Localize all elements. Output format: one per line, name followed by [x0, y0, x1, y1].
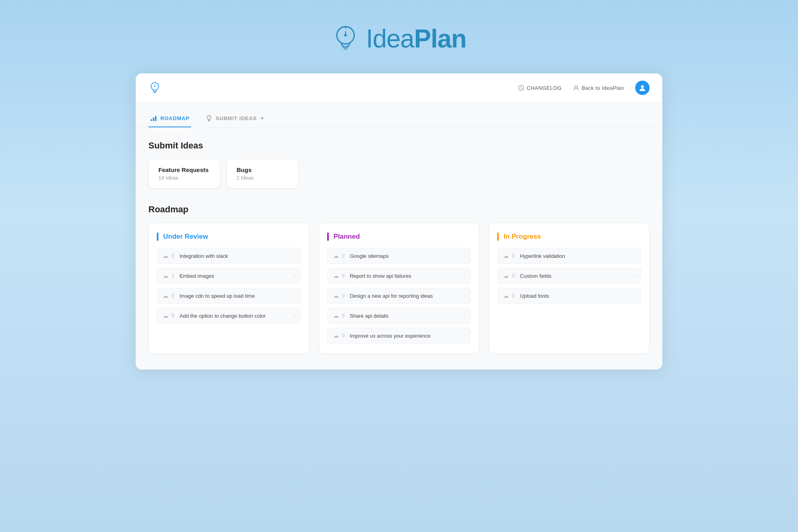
vote-8: 0 — [342, 333, 347, 338]
cloud-icon-2: ☁ — [163, 273, 168, 279]
roadmap-title: Roadmap — [148, 204, 650, 215]
roadmap-item-custom-fields[interactable]: ☁ 0 Custom fields › — [497, 268, 641, 284]
idea-card-feature-requests[interactable]: Feature Requests 18 Ideas — [148, 159, 220, 188]
cloud-icon-9: ☁ — [333, 332, 339, 339]
cloud-icon-5: ☁ — [333, 253, 339, 259]
logo-text: IdeaPlan — [366, 24, 466, 53]
roadmap-columns: Under Review ☁ 0 Integration with slack … — [148, 223, 650, 354]
roadmap-icon — [150, 115, 157, 122]
chevron-icon-9: › — [463, 333, 465, 338]
cloud-icon-12: ☁ — [503, 293, 509, 299]
col-planned: Planned ☁ 0 Google sitemaps › ☁ 0 Report… — [319, 223, 480, 354]
svg-rect-15 — [153, 117, 154, 121]
roadmap-item-embed[interactable]: ☁ 1 Embed images › — [157, 268, 301, 284]
logo-area: IdeaPlan — [332, 24, 466, 53]
item-label-hyperlink: Hyperlink validation — [520, 253, 630, 259]
back-to-ideaplan-button[interactable]: Back to IdeaPlan — [573, 85, 624, 91]
ideas-cards: Feature Requests 18 Ideas Bugs 2 Ideas — [148, 159, 650, 188]
vote-9: 0 — [512, 253, 517, 259]
chevron-icon-10: › — [634, 253, 635, 259]
roadmap-item-upload-fonts[interactable]: ☁ 0 Upload fonts › — [497, 288, 641, 304]
header-logo — [148, 81, 161, 94]
item-label-embed: Embed images — [180, 273, 290, 279]
submit-ideas-title: Submit Ideas — [148, 140, 650, 151]
svg-point-12 — [575, 86, 577, 88]
chevron-icon-7: › — [463, 293, 465, 299]
item-label-sitemaps: Google sitemaps — [350, 253, 460, 259]
chevron-icon-4: › — [293, 313, 295, 318]
roadmap-item-api-failures[interactable]: ☁ 0 Report to show api failures › — [327, 268, 471, 284]
chevron-icon-3: › — [293, 293, 295, 299]
main-content: Submit Ideas Feature Requests 18 Ideas B… — [136, 128, 662, 370]
chevron-icon-12: › — [634, 293, 635, 299]
col-in-progress: In Progress ☁ 0 Hyperlink validation › ☁… — [489, 223, 650, 354]
cloud-icon-6: ☁ — [333, 273, 339, 279]
roadmap-item-ux[interactable]: ☁ 0 Improve ux across your experience › — [327, 328, 471, 344]
feature-requests-count: 18 Ideas — [158, 175, 210, 181]
roadmap-item-slack[interactable]: ☁ 0 Integration with slack › — [157, 248, 301, 264]
cloud-icon-7: ☁ — [333, 293, 339, 299]
item-label-new-api: Design a new api for reporting ideas — [350, 293, 460, 299]
logo-icon — [332, 25, 359, 53]
vote-11: 0 — [512, 293, 517, 299]
svg-point-13 — [641, 85, 644, 88]
tab-roadmap[interactable]: ROADMAP — [148, 110, 191, 127]
tab-submit-ideas[interactable]: SUBMIT IDEAS ▾ — [204, 110, 265, 127]
avatar-icon — [638, 84, 646, 92]
user-avatar[interactable] — [635, 81, 650, 95]
idea-card-bugs[interactable]: Bugs 2 Ideas — [227, 159, 298, 188]
col-planned-header: Planned — [327, 233, 471, 241]
roadmap-item-cdn[interactable]: ☁ 0 Image cdn to speed up load time › — [157, 288, 301, 304]
vote-2: 0 — [172, 293, 176, 299]
bugs-title: Bugs — [237, 166, 288, 173]
vote-3: 0 — [172, 313, 176, 318]
svg-rect-14 — [151, 119, 152, 121]
card-header: CHANGELOG Back to IdeaPlan — [136, 73, 662, 103]
item-label-cdn: Image cdn to speed up load time — [180, 293, 290, 299]
vote-4: 0 — [342, 253, 347, 259]
chevron-icon-8: › — [463, 313, 465, 318]
main-card: CHANGELOG Back to IdeaPlan — [136, 73, 662, 370]
mini-logo-icon — [148, 81, 161, 94]
item-label-ux: Improve ux across your experience — [350, 333, 460, 339]
chevron-icon-6: › — [463, 273, 465, 279]
roadmap-item-sitemaps[interactable]: ☁ 0 Google sitemaps › — [327, 248, 471, 264]
roadmap-item-button-color[interactable]: ☁ 0 Add the option to change button colo… — [157, 308, 301, 324]
chevron-icon-1: › — [293, 253, 295, 259]
vote-7: 0 — [342, 313, 347, 318]
vote-0: 0 — [172, 253, 176, 259]
col-under-review: Under Review ☁ 0 Integration with slack … — [148, 223, 309, 354]
changelog-label: CHANGELOG — [527, 85, 562, 91]
item-label-custom-fields: Custom fields — [520, 273, 630, 279]
top-banner: IdeaPlan — [0, 0, 798, 73]
roadmap-item-share-api[interactable]: ☁ 0 Share api details › — [327, 308, 471, 324]
cloud-icon-8: ☁ — [333, 312, 339, 319]
vote-10: 0 — [512, 273, 517, 279]
vote-6: 0 — [342, 293, 347, 299]
vote-5: 0 — [342, 273, 347, 279]
chevron-icon-5: › — [463, 253, 465, 259]
cloud-icon-10: ☁ — [503, 253, 509, 259]
col-in-progress-header: In Progress — [497, 233, 641, 241]
col-under-review-header: Under Review — [157, 233, 301, 241]
item-label-upload-fonts: Upload fonts — [520, 293, 630, 299]
chevron-icon-11: › — [634, 273, 635, 279]
cloud-icon-4: ☁ — [163, 312, 168, 319]
feature-requests-title: Feature Requests — [158, 166, 210, 173]
cloud-icon-1: ☁ — [163, 253, 168, 259]
clock-icon — [518, 85, 524, 91]
tab-nav: ROADMAP SUBMIT IDEAS ▾ — [136, 103, 662, 128]
header-nav: CHANGELOG Back to IdeaPlan — [518, 81, 650, 95]
item-label-slack: Integration with slack — [180, 253, 290, 259]
roadmap-section: Roadmap Under Review ☁ 0 Integration wit… — [148, 204, 650, 354]
back-label: Back to IdeaPlan — [582, 85, 624, 91]
item-label-button-color: Add the option to change button color — [180, 313, 290, 319]
item-label-api-failures: Report to show api failures — [350, 273, 460, 279]
cloud-icon-11: ☁ — [503, 273, 509, 279]
chevron-icon-2: › — [293, 273, 295, 279]
person-icon — [573, 85, 579, 91]
roadmap-item-new-api[interactable]: ☁ 0 Design a new api for reporting ideas… — [327, 288, 471, 304]
bulb-icon — [205, 115, 213, 122]
roadmap-item-hyperlink[interactable]: ☁ 0 Hyperlink validation › — [497, 248, 641, 264]
changelog-button[interactable]: CHANGELOG — [518, 85, 562, 91]
